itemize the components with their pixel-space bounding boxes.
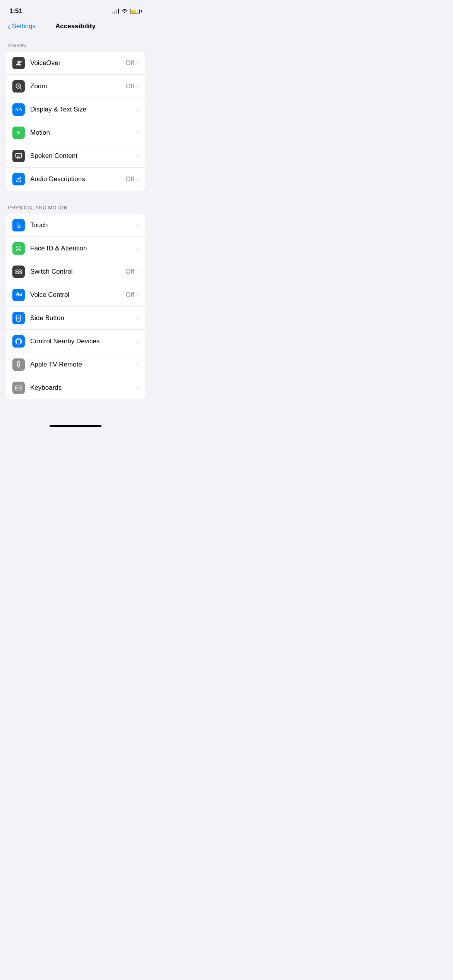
voiceover-value: Off [125, 59, 134, 67]
home-indicator [50, 425, 101, 427]
voiceover-content: VoiceOver Off › [30, 59, 139, 67]
svg-rect-30 [18, 387, 19, 388]
svg-rect-15 [16, 272, 19, 273]
touch-right: › [137, 222, 139, 229]
list-item-voice-control[interactable]: Voice Control Off › [6, 283, 145, 307]
face-id-content: Face ID & Attention › [30, 245, 139, 252]
switch-control-content: Switch Control Off › [30, 268, 139, 276]
apple-tv-chevron-icon: › [137, 361, 139, 368]
zoom-content: Zoom Off › [30, 82, 139, 90]
svg-point-7 [18, 132, 19, 133]
control-nearby-label: Control Nearby Devices [30, 338, 100, 345]
audio-descriptions-value: Off [125, 175, 134, 183]
control-nearby-content: Control Nearby Devices › [30, 338, 139, 345]
face-id-icon [12, 242, 25, 255]
audio-descriptions-label: Audio Descriptions [30, 175, 85, 183]
list-item-display-text-size[interactable]: AA Display & Text Size › [6, 98, 145, 121]
section-physical-motor: PHYSICAL AND MOTOR Touch › [0, 205, 151, 399]
svg-rect-19 [20, 293, 21, 296]
switch-control-chevron-icon: › [137, 268, 139, 275]
status-icons: ⚡ [112, 8, 142, 14]
svg-point-24 [18, 343, 19, 343]
svg-rect-18 [18, 293, 19, 296]
svg-rect-17 [17, 292, 18, 295]
svg-point-0 [17, 60, 20, 63]
keyboards-content: Keyboards › [30, 384, 139, 392]
touch-content: Touch › [30, 221, 139, 229]
face-id-right: › [137, 245, 139, 252]
keyboards-chevron-icon: › [137, 384, 139, 391]
side-button-content: Side Button › [30, 314, 139, 322]
display-text-size-right: › [137, 106, 139, 113]
keyboards-right: › [137, 384, 139, 391]
display-text-size-chevron-icon: › [137, 106, 139, 113]
nav-bar: ‹ Settings Accessibility [0, 19, 151, 35]
spoken-content-label: Spoken Content [30, 152, 77, 160]
wifi-icon [122, 8, 128, 14]
audio-descriptions-right: Off › [125, 175, 139, 183]
section-header-physical-motor: PHYSICAL AND MOTOR [0, 205, 151, 214]
motion-chevron-icon: › [137, 129, 139, 136]
svg-rect-34 [18, 389, 20, 389]
back-chevron-icon: ‹ [8, 22, 10, 30]
spoken-content-right: › [137, 152, 139, 159]
page-title: Accessibility [55, 22, 96, 30]
audio-descriptions-content: Audio Descriptions Off › [30, 175, 139, 183]
svg-rect-28 [15, 386, 22, 390]
switch-control-icon [12, 266, 25, 278]
switch-control-label: Switch Control [30, 268, 73, 276]
signal-bar-3 [116, 10, 117, 14]
apple-tv-content: Apple TV Remote › [30, 361, 139, 368]
voiceover-right: Off › [125, 59, 139, 67]
apple-tv-right: › [137, 361, 139, 368]
voice-control-right: Off › [125, 291, 139, 299]
side-button-label: Side Button [30, 314, 64, 322]
apple-tv-label: Apple TV Remote [30, 361, 82, 368]
keyboards-icon [12, 382, 25, 394]
list-item-apple-tv[interactable]: Apple TV Remote › [6, 353, 145, 376]
control-nearby-chevron-icon: › [137, 338, 139, 345]
list-item-keyboards[interactable]: Keyboards › [6, 376, 145, 399]
back-button[interactable]: ‹ Settings [8, 22, 36, 30]
svg-rect-31 [19, 387, 20, 388]
status-bar: 1:51 ⚡ [0, 0, 151, 19]
list-item-spoken-content[interactable]: Spoken Content › [6, 144, 145, 168]
list-item-control-nearby[interactable]: Control Nearby Devices › [6, 330, 145, 353]
svg-point-27 [18, 362, 19, 363]
back-label: Settings [12, 22, 36, 30]
zoom-chevron-icon: › [137, 83, 139, 90]
motion-icon [12, 127, 25, 139]
switch-control-value: Off [125, 268, 134, 276]
motion-label: Motion [30, 129, 50, 137]
zoom-icon [12, 80, 25, 93]
signal-bar-4 [118, 9, 119, 14]
list-item-face-id[interactable]: Face ID & Attention › [6, 237, 145, 260]
list-item-voiceover[interactable]: VoiceOver Off › [6, 51, 145, 75]
list-item-motion[interactable]: Motion › [6, 121, 145, 144]
list-item-touch[interactable]: Touch › [6, 214, 145, 237]
audio-descriptions-icon [12, 173, 25, 185]
apple-tv-icon [12, 358, 25, 371]
content: VISION VoiceOver Off › [0, 35, 151, 421]
face-id-chevron-icon: › [137, 245, 139, 252]
svg-rect-35 [20, 389, 21, 389]
list-item-audio-descriptions[interactable]: Audio Descriptions Off › [6, 168, 145, 191]
control-nearby-right: › [137, 338, 139, 345]
settings-group-vision: VoiceOver Off › [6, 51, 145, 191]
touch-chevron-icon: › [137, 222, 139, 229]
svg-rect-8 [16, 153, 22, 158]
signal-bar-2 [114, 11, 115, 14]
spoken-content-icon [12, 150, 25, 162]
list-item-side-button[interactable]: Side Button › [6, 307, 145, 330]
battery-icon: ⚡ [130, 9, 142, 14]
voice-control-chevron-icon: › [137, 291, 139, 298]
svg-rect-20 [16, 294, 17, 295]
side-button-chevron-icon: › [137, 315, 139, 322]
spoken-content-content: Spoken Content › [30, 152, 139, 160]
list-item-zoom[interactable]: Zoom Off › [6, 75, 145, 98]
zoom-value: Off [125, 82, 134, 90]
signal-bar-1 [112, 12, 113, 14]
svg-rect-16 [19, 270, 22, 271]
list-item-switch-control[interactable]: Switch Control Off › [6, 260, 145, 283]
keyboards-label: Keyboards [30, 384, 62, 392]
